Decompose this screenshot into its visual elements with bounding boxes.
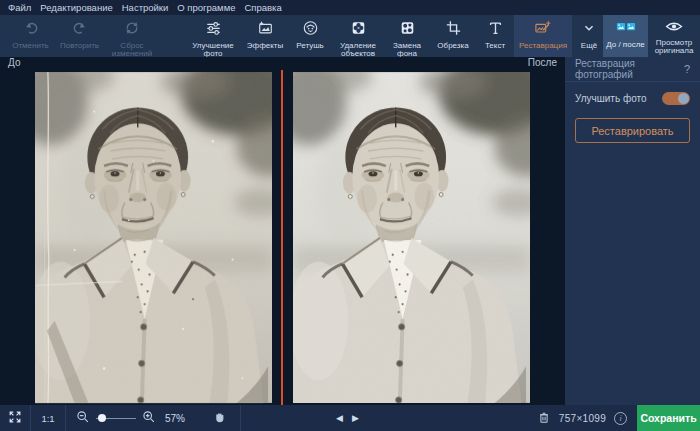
photo-navigation: ◀ ▶ <box>336 405 359 431</box>
tool-restoration[interactable]: Реставрация <box>514 15 572 57</box>
menubar: Файл Редактирование Настройки О программ… <box>0 0 700 15</box>
menu-item-help[interactable]: Справка <box>244 2 281 13</box>
hand-tool-button[interactable] <box>204 405 234 431</box>
tool-effects[interactable]: Эффекты <box>242 15 288 57</box>
tool-retouch-label: Ретушь <box>296 42 324 51</box>
zoom-controls: 57% <box>66 410 198 426</box>
redo-label: Повторить <box>60 42 99 51</box>
object-removal-icon <box>350 20 367 39</box>
tool-background-replace-label: Замена фона <box>384 42 430 59</box>
tool-text-label: Текст <box>485 42 505 51</box>
canvas-area: До После <box>0 57 565 405</box>
retouch-face-icon <box>302 20 319 39</box>
tool-text[interactable]: Текст <box>476 15 514 57</box>
tool-effects-label: Эффекты <box>247 42 283 51</box>
toolbar: Отменить Повторить Сброс изменений У <box>0 15 700 57</box>
eye-icon <box>665 20 683 36</box>
help-button[interactable]: ? <box>684 63 690 75</box>
statusbar: 1:1 57% ◀ ▶ 757×1099 i <box>0 405 700 431</box>
restore-button[interactable]: Реставрировать <box>575 118 690 143</box>
tool-enhance-photo-label: Улучшение фото <box>184 42 242 59</box>
menu-item-about[interactable]: О программе <box>177 2 235 13</box>
undo-button[interactable]: Отменить <box>6 15 55 57</box>
before-label: До <box>8 57 20 70</box>
history-group: Отменить Повторить Сброс изменений <box>0 15 160 57</box>
photo-editor-window: Файл Редактирование Настройки О программ… <box>0 0 700 431</box>
tool-object-removal[interactable]: Удаление объектов <box>332 15 384 57</box>
hand-icon <box>213 410 226 426</box>
toggle-knob <box>678 93 689 104</box>
fit-to-screen-icon <box>8 410 22 426</box>
info-button[interactable]: i <box>614 412 627 425</box>
enhance-photo-toggle[interactable] <box>662 92 690 105</box>
zoom-in-button[interactable] <box>142 410 156 426</box>
panel-header: Реставрация фотографий ? <box>565 57 700 82</box>
tool-crop[interactable]: Обрезка <box>430 15 476 57</box>
tool-object-removal-label: Удаление объектов <box>332 42 384 59</box>
restoration-panel: Реставрация фотографий ? Улучшить фото Р… <box>565 57 700 405</box>
zoom-slider-handle[interactable] <box>98 414 106 422</box>
enhance-photo-row: Улучшить фото <box>565 82 700 114</box>
menu-item-file[interactable]: Файл <box>8 2 31 13</box>
tool-retouch[interactable]: Ретушь <box>288 15 332 57</box>
photo-before[interactable] <box>35 70 272 405</box>
tool-background-replace[interactable]: Замена фона <box>384 15 430 57</box>
restoration-icon <box>534 20 552 39</box>
text-icon <box>487 20 504 39</box>
before-after-divider[interactable] <box>281 70 283 405</box>
redo-button[interactable]: Повторить <box>55 15 104 57</box>
delete-button[interactable] <box>537 410 551 427</box>
before-after-button[interactable]: До / после <box>603 15 648 57</box>
tool-restoration-label: Реставрация <box>519 42 567 51</box>
panel-title: Реставрация фотографий <box>575 58 684 80</box>
tools-group: Улучшение фото Эффекты Ретушь Удаление о… <box>184 15 606 57</box>
crop-icon <box>445 20 462 39</box>
enhance-photo-label: Улучшить фото <box>575 93 647 104</box>
effects-icon <box>257 20 274 39</box>
background-replace-icon <box>399 20 416 39</box>
reset-icon <box>124 20 140 39</box>
before-after-icon <box>616 20 636 38</box>
tool-enhance-photo[interactable]: Улучшение фото <box>184 15 242 57</box>
adjustments-icon <box>205 20 222 39</box>
photo-after[interactable] <box>293 70 530 405</box>
save-button[interactable]: Сохранить <box>637 405 700 431</box>
view-original-label: Просмотр оригинала <box>648 39 700 56</box>
statusbar-separator <box>240 405 241 431</box>
view-original-button[interactable]: Просмотр оригинала <box>648 15 700 57</box>
zoom-out-button[interactable] <box>76 410 90 426</box>
statusbar-right: 757×1099 i <box>537 405 637 431</box>
zoom-level: 57% <box>162 413 188 424</box>
actual-size-button[interactable]: 1:1 <box>31 405 65 431</box>
reset-changes-button[interactable]: Сброс изменений <box>104 15 160 57</box>
view-group: До / после Просмотр оригинала <box>568 15 700 57</box>
undo-label: Отменить <box>12 42 49 51</box>
reset-changes-label: Сброс изменений <box>104 42 160 59</box>
redo-icon <box>72 20 88 39</box>
next-photo-button[interactable]: ▶ <box>352 413 359 423</box>
after-label: После <box>528 57 557 70</box>
prev-photo-button[interactable]: ◀ <box>336 413 343 423</box>
fit-to-screen-button[interactable] <box>0 405 30 431</box>
image-dimensions: 757×1099 <box>559 413 606 424</box>
zoom-slider[interactable] <box>96 413 136 423</box>
tool-crop-label: Обрезка <box>437 42 468 51</box>
undo-icon <box>23 20 39 39</box>
menu-item-settings[interactable]: Настройки <box>122 2 169 13</box>
before-after-label: До / после <box>606 41 645 50</box>
menu-item-edit[interactable]: Редактирование <box>40 2 112 13</box>
